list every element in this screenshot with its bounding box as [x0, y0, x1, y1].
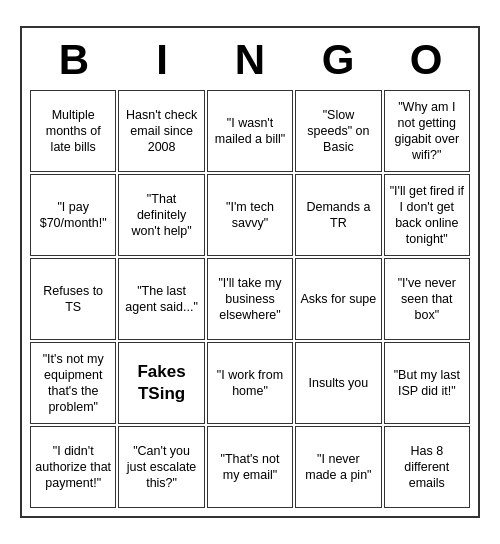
bingo-cell-18: Insults you [295, 342, 381, 424]
bingo-letter-I: I [122, 36, 202, 84]
bingo-cell-9: "I'll get fired if I don't get back onli… [384, 174, 470, 256]
bingo-cell-15: "It's not my equipment that's the proble… [30, 342, 116, 424]
bingo-letter-G: G [298, 36, 378, 84]
bingo-cell-17: "I work from home" [207, 342, 293, 424]
bingo-cell-2: "I wasn't mailed a bill" [207, 90, 293, 172]
bingo-cell-5: "I pay $70/month!" [30, 174, 116, 256]
bingo-card: BINGO Multiple months of late billsHasn'… [20, 26, 480, 518]
bingo-letter-N: N [210, 36, 290, 84]
bingo-letter-O: O [386, 36, 466, 84]
bingo-cell-22: "That's not my email" [207, 426, 293, 508]
bingo-letter-B: B [34, 36, 114, 84]
bingo-cell-19: "But my last ISP did it!" [384, 342, 470, 424]
bingo-cell-0: Multiple months of late bills [30, 90, 116, 172]
bingo-cell-3: "Slow speeds" on Basic [295, 90, 381, 172]
bingo-header: BINGO [30, 36, 470, 84]
bingo-cell-20: "I didn't authorize that payment!" [30, 426, 116, 508]
bingo-grid: Multiple months of late billsHasn't chec… [30, 90, 470, 508]
bingo-cell-12: "I'll take my business elsewhere" [207, 258, 293, 340]
bingo-cell-7: "I'm tech savvy" [207, 174, 293, 256]
bingo-cell-23: "I never made a pin" [295, 426, 381, 508]
bingo-cell-1: Hasn't check email since 2008 [118, 90, 204, 172]
bingo-cell-24: Has 8 different emails [384, 426, 470, 508]
bingo-cell-13: Asks for supe [295, 258, 381, 340]
bingo-cell-16: Fakes TSing [118, 342, 204, 424]
bingo-cell-21: "Can't you just escalate this?" [118, 426, 204, 508]
bingo-cell-11: "The last agent said..." [118, 258, 204, 340]
bingo-cell-14: "I've never seen that box" [384, 258, 470, 340]
bingo-cell-4: "Why am I not getting gigabit over wifi?… [384, 90, 470, 172]
bingo-cell-6: "That definitely won't help" [118, 174, 204, 256]
bingo-cell-10: Refuses to TS [30, 258, 116, 340]
bingo-cell-8: Demands a TR [295, 174, 381, 256]
